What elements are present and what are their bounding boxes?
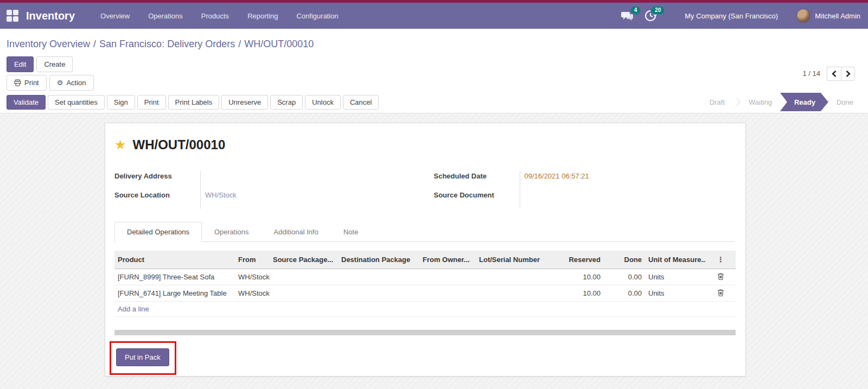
operations-table-wrap: Product From Source Package... Destinati… <box>114 251 735 317</box>
column-source-package[interactable]: Source Package... <box>270 251 338 269</box>
annotation-put-in-pack-highlight: Put in Pack <box>110 341 176 375</box>
table-header-row: Product From Source Package... Destinati… <box>114 251 736 269</box>
column-from-owner[interactable]: From Owner... <box>419 251 476 269</box>
tab-operations[interactable]: Operations <box>202 222 261 242</box>
cell-destination-package[interactable] <box>338 269 419 285</box>
cell-from-owner[interactable] <box>419 285 476 301</box>
print-menu-button[interactable]: Print <box>7 75 47 91</box>
column-from[interactable]: From <box>235 251 270 269</box>
delete-row-icon[interactable] <box>717 272 724 280</box>
source-location-value[interactable]: WH/Stock <box>205 191 237 199</box>
column-reserved[interactable]: Reserved <box>550 251 604 269</box>
avatar[interactable] <box>796 9 810 23</box>
cell-from-owner[interactable] <box>419 269 476 285</box>
breadcrumb-inventory-overview[interactable]: Inventory Overview <box>7 39 90 49</box>
messages-badge: 4 <box>631 7 641 14</box>
cell-source-package[interactable] <box>270 285 338 301</box>
menu-overview[interactable]: Overview <box>91 4 139 28</box>
column-lot-serial-number[interactable]: Lot/Serial Number <box>476 251 550 269</box>
column-done[interactable]: Done <box>604 251 645 269</box>
cell-product[interactable]: [FURN_8999] Three-Seat Sofa <box>114 269 235 285</box>
sign-button[interactable]: Sign <box>107 95 135 110</box>
set-quantities-button[interactable]: Set quantities <box>48 95 105 110</box>
delete-row-icon[interactable] <box>717 289 724 296</box>
source-document-label: Source Document <box>434 190 520 199</box>
status-draft[interactable]: Draft <box>701 93 733 111</box>
scrap-button[interactable]: Scrap <box>270 95 303 110</box>
gear-icon: ⚙ <box>57 79 63 87</box>
cell-lot-serial[interactable] <box>476 269 550 285</box>
detailed-operations-table: Product From Source Package... Destinati… <box>114 251 736 317</box>
tab-additional-info[interactable]: Additional Info <box>261 222 331 242</box>
field-group-right: Scheduled Date 09/16/2021 06:57:21 Sourc… <box>425 171 735 209</box>
cell-source-package[interactable] <box>270 269 338 285</box>
activities-button[interactable]: 20 <box>644 8 663 24</box>
printer-icon <box>14 79 21 86</box>
cancel-button[interactable]: Cancel <box>343 95 379 110</box>
status-done[interactable]: Done <box>828 93 861 111</box>
cell-from[interactable]: WH/Stock <box>235 269 270 285</box>
scheduled-date-label: Scheduled Date <box>434 171 520 180</box>
main-navbar: Inventory Overview Operations Products R… <box>0 3 868 29</box>
document-sheet: ★ WH/OUT/00010 Delivery Address Source L… <box>105 123 746 377</box>
cell-reserved[interactable]: 10.00 <box>550 285 604 301</box>
optional-columns-icon[interactable]: ⋮ <box>706 251 736 269</box>
activities-badge: 20 <box>652 7 664 14</box>
status-waiting[interactable]: Waiting <box>741 93 780 111</box>
tab-note[interactable]: Note <box>331 222 371 242</box>
cell-from[interactable]: WH/Stock <box>235 285 270 301</box>
source-location-label: Source Location <box>114 190 200 199</box>
cell-done[interactable]: 0.00 <box>604 285 645 301</box>
breadcrumb-separator: / <box>235 39 244 49</box>
control-panel: Inventory Overview/San Francisco: Delive… <box>0 29 868 91</box>
field-group-left: Delivery Address Source Location WH/Stoc… <box>114 171 425 209</box>
column-product[interactable]: Product <box>114 251 235 269</box>
cell-done[interactable]: 0.00 <box>604 269 645 285</box>
pager-previous-button[interactable] <box>827 67 841 81</box>
menu-products[interactable]: Products <box>192 4 238 28</box>
workflow-buttons: Validate Set quantities Sign Print Print… <box>7 95 379 113</box>
app-name[interactable]: Inventory <box>26 10 75 22</box>
cell-uom[interactable]: Units <box>645 285 706 301</box>
pager-next-button[interactable] <box>841 67 855 81</box>
add-a-line-link[interactable]: Add a line <box>114 301 736 316</box>
tab-detailed-operations[interactable]: Detailed Operations <box>114 222 202 242</box>
apps-grid-icon[interactable] <box>7 10 18 22</box>
status-separator-icon <box>733 98 741 106</box>
status-ready[interactable]: Ready <box>780 93 828 111</box>
unreserve-button[interactable]: Unreserve <box>221 95 268 110</box>
chevron-left-icon <box>832 71 837 77</box>
favorite-star-icon[interactable]: ★ <box>114 138 126 151</box>
print-button[interactable]: Print <box>137 95 166 110</box>
cell-destination-package[interactable] <box>338 285 419 301</box>
action-menu-button[interactable]: ⚙ Action <box>49 75 94 91</box>
table-row[interactable]: [FURN_6741] Large Meeting Table WH/Stock… <box>114 285 736 301</box>
menu-operations[interactable]: Operations <box>139 4 192 28</box>
cell-product[interactable]: [FURN_6741] Large Meeting Table <box>114 285 235 301</box>
cell-reserved[interactable]: 10.00 <box>550 269 604 285</box>
cell-lot-serial[interactable] <box>476 285 550 301</box>
print-labels-button[interactable]: Print Labels <box>168 95 220 110</box>
unlock-button[interactable]: Unlock <box>305 95 341 110</box>
column-destination-package[interactable]: Destination Package <box>338 251 419 269</box>
menu-reporting[interactable]: Reporting <box>238 4 287 28</box>
status-steps: Draft Waiting Ready Done <box>701 93 861 111</box>
company-switcher[interactable]: My Company (San Francisco) <box>685 12 778 20</box>
create-button[interactable]: Create <box>36 56 73 72</box>
column-unit-of-measure[interactable]: Unit of Measure... <box>645 251 706 269</box>
edit-button[interactable]: Edit <box>7 56 34 72</box>
navbar-left: Inventory Overview Operations Products R… <box>7 4 348 28</box>
scheduled-date-value[interactable]: 09/16/2021 06:57:21 <box>525 172 589 180</box>
put-in-pack-button[interactable]: Put in Pack <box>116 348 169 366</box>
app-menu: Overview Operations Products Reporting C… <box>91 4 348 28</box>
breadcrumb-delivery-orders[interactable]: San Francisco: Delivery Orders <box>99 39 235 49</box>
breadcrumb: Inventory Overview/San Francisco: Delive… <box>7 39 861 50</box>
messages-button[interactable]: 4 <box>621 8 639 24</box>
user-menu[interactable]: Mitchell Admin <box>815 12 860 20</box>
table-row[interactable]: [FURN_8999] Three-Seat Sofa WH/Stock 10.… <box>114 269 736 285</box>
menu-configuration[interactable]: Configuration <box>288 4 348 28</box>
validate-button[interactable]: Validate <box>7 95 46 110</box>
pager: 1 / 14 <box>802 67 855 81</box>
cell-uom[interactable]: Units <box>645 269 706 285</box>
horizontal-scrollbar[interactable] <box>114 330 736 335</box>
